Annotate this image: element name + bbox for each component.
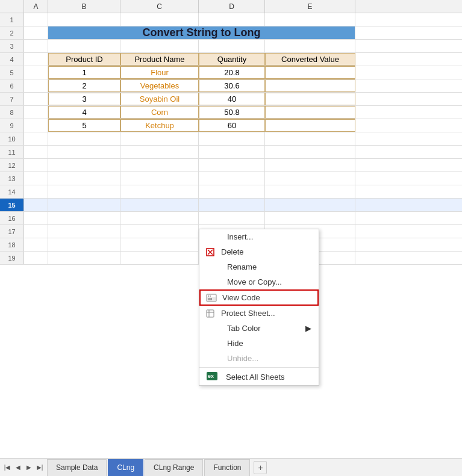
cell-conv-1[interactable] (265, 66, 355, 79)
tab-bar: |◀ ◀ ▶ ▶| Sample Data CLng CLng Range Fu… (0, 458, 462, 476)
tab-next-btn[interactable]: ▶ (24, 463, 34, 472)
grid-row-14: 14 (0, 185, 462, 199)
tab-first-btn[interactable]: |◀ (2, 463, 12, 472)
cell-qty-1[interactable]: 20.8 (199, 66, 265, 79)
cell-conv-4[interactable] (265, 106, 355, 119)
grid-row-16: 16 (0, 212, 462, 225)
protect-icon (204, 309, 216, 318)
grid-row-3: 3 (0, 40, 462, 53)
menu-move-copy[interactable]: Move or Copy... (199, 274, 319, 289)
add-sheet-button[interactable]: + (254, 461, 267, 474)
row-num-2: 2 (0, 26, 24, 39)
grid-row-15: 15 (0, 199, 462, 212)
col-header-a[interactable]: A (24, 0, 48, 13)
row-num-16: 16 (0, 212, 24, 224)
grid-row-9: 9 5 Ketchup 60 (0, 119, 462, 132)
tab-sample-data[interactable]: Sample Data (47, 459, 107, 476)
menu-select-all-sheets[interactable]: ex Select All Sheets (199, 369, 319, 385)
cell-a7[interactable] (24, 93, 48, 105)
row-num-12: 12 (0, 159, 24, 172)
cell-id-2[interactable]: 2 (48, 79, 120, 92)
grid-row-2: 2 Convert String to Long (0, 26, 462, 40)
col-header-c[interactable]: C (120, 0, 199, 13)
grid-row-8: 8 4 Corn 50.8 (0, 106, 462, 119)
menu-tab-color[interactable]: Tab Color ▶ (199, 321, 319, 336)
cell-qty-2[interactable]: 30.6 (199, 79, 265, 92)
column-headers: A B C D E (0, 0, 462, 13)
tab-clng[interactable]: CLng (108, 459, 143, 476)
cell-conv-5[interactable] (265, 119, 355, 132)
row-num-6: 6 (0, 79, 24, 92)
row-num-8: 8 (0, 106, 24, 119)
cell-e1[interactable] (265, 13, 355, 26)
menu-protect-sheet[interactable]: Protect Sheet... (199, 306, 319, 321)
cell-qty-3[interactable]: 40 (199, 93, 265, 105)
cell-a6[interactable] (24, 79, 48, 92)
cell-a5[interactable] (24, 66, 48, 79)
row-num-11: 11 (0, 146, 24, 158)
grid-row-10: 10 (0, 132, 462, 146)
cell-c1[interactable] (120, 13, 199, 26)
cell-qty-4[interactable]: 50.8 (199, 106, 265, 119)
grid-row-4: 4 Product ID Product Name Quantity Conve… (0, 53, 462, 66)
row-num-1: 1 (0, 13, 24, 26)
svg-point-4 (208, 295, 209, 297)
cell-name-5[interactable]: Ketchup (120, 119, 199, 132)
grid-row-12: 12 (0, 159, 462, 172)
col-header-e[interactable]: E (265, 0, 355, 13)
menu-delete[interactable]: Delete (199, 244, 319, 259)
svg-rect-8 (207, 310, 214, 317)
cell-id-4[interactable]: 4 (48, 106, 120, 119)
row-num-10: 10 (0, 132, 24, 145)
grid-row-6: 6 2 Vegetables 30.6 (0, 79, 462, 93)
tab-function[interactable]: Function (204, 459, 250, 476)
row-num-7: 7 (0, 93, 24, 105)
row-num-3: 3 (0, 40, 24, 52)
menu-hide[interactable]: Hide (199, 336, 319, 351)
cell-a1[interactable] (24, 13, 48, 26)
svg-point-5 (210, 295, 211, 297)
menu-view-code[interactable]: ⌨ View Code (199, 289, 319, 306)
menu-rename[interactable]: Rename (199, 259, 319, 274)
cell-id-3[interactable]: 3 (48, 93, 120, 105)
tab-clng-range[interactable]: CLng Range (145, 459, 203, 476)
excel-logo-icon: ex (207, 372, 217, 382)
cell-a8[interactable] (24, 106, 48, 119)
cell-b3[interactable] (48, 40, 120, 52)
col-header-d[interactable]: D (199, 0, 265, 13)
cell-a3[interactable] (24, 40, 48, 52)
row-num-9: 9 (0, 119, 24, 132)
cell-name-4[interactable]: Corn (120, 106, 199, 119)
cell-a2[interactable] (24, 26, 48, 39)
tab-last-btn[interactable]: ▶| (35, 463, 45, 472)
cell-name-1[interactable]: Flour (120, 66, 199, 79)
cell-e3[interactable] (265, 40, 355, 52)
header-product-id: Product ID (48, 53, 120, 66)
menu-insert[interactable]: Insert... (199, 229, 319, 244)
cell-c3[interactable] (120, 40, 199, 52)
header-product-name: Product Name (120, 53, 199, 66)
row-num-17: 17 (0, 225, 24, 238)
col-header-b[interactable]: B (48, 0, 120, 13)
cell-d3[interactable] (199, 40, 265, 52)
cell-conv-2[interactable] (265, 79, 355, 92)
cell-qty-5[interactable]: 60 (199, 119, 265, 132)
cell-conv-3[interactable] (265, 93, 355, 105)
tab-navigation: |◀ ◀ ▶ ▶| (0, 463, 47, 472)
cell-id-5[interactable]: 5 (48, 119, 120, 132)
submenu-arrow-icon: ▶ (305, 324, 311, 333)
row-num-4: 4 (0, 53, 24, 66)
cell-name-2[interactable]: Vegetables (120, 79, 199, 92)
cell-b1[interactable] (48, 13, 120, 26)
code-icon: ⌨ (205, 293, 217, 303)
svg-text:⌨: ⌨ (208, 297, 212, 301)
cell-a9[interactable] (24, 119, 48, 132)
cell-a4[interactable] (24, 53, 48, 66)
header-quantity: Quantity (199, 53, 265, 66)
title-cell: Convert String to Long (48, 26, 355, 39)
cell-name-3[interactable]: Soyabin Oil (120, 93, 199, 105)
tab-prev-btn[interactable]: ◀ (13, 463, 23, 472)
cell-d1[interactable] (199, 13, 265, 26)
row-num-5: 5 (0, 66, 24, 79)
cell-id-1[interactable]: 1 (48, 66, 120, 79)
